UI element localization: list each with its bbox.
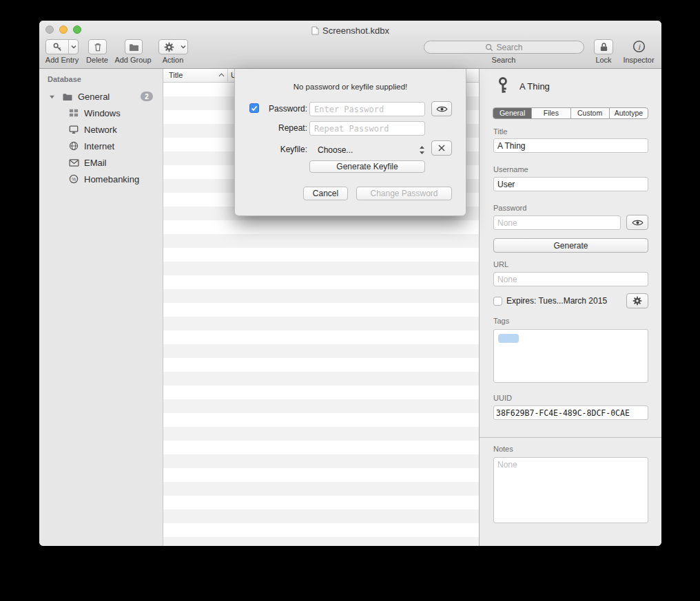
gear-icon: [159, 42, 179, 52]
generate-password-button[interactable]: Generate: [493, 238, 648, 253]
tab-general[interactable]: General: [493, 108, 531, 118]
column-header-title[interactable]: Title: [169, 71, 183, 79]
uuid-field[interactable]: [493, 405, 648, 420]
sidebar-item-label: Windows: [84, 108, 121, 118]
add-group-button[interactable]: [125, 39, 143, 54]
reveal-dialog-password-button[interactable]: [431, 101, 452, 116]
info-icon: i: [632, 40, 646, 53]
folder-plus-icon: [129, 43, 139, 52]
delete-button[interactable]: [88, 39, 107, 54]
stepper-icon: [419, 145, 425, 155]
sidebar-item-homebanking[interactable]: % Homebanking: [39, 171, 163, 187]
expires-row: Expires: Tues...March 2015: [493, 296, 607, 306]
tab-files[interactable]: Files: [531, 108, 570, 118]
eye-icon: [436, 105, 448, 113]
folder-icon: [62, 92, 73, 101]
keyfile-value: Choose...: [309, 145, 419, 155]
url-field[interactable]: [493, 272, 648, 286]
disclosure-triangle-icon[interactable]: [46, 94, 57, 99]
notes-field[interactable]: [493, 457, 648, 523]
change-password-button[interactable]: Change Password: [356, 187, 452, 200]
password-field[interactable]: [493, 215, 621, 230]
window-header: Screenshot.kdbx Add Entry Delete Add: [39, 21, 661, 69]
dialog-password-input[interactable]: [309, 102, 425, 116]
generate-label: Generate: [553, 241, 588, 251]
percent-coin-icon: %: [68, 174, 79, 184]
check-icon: [251, 105, 258, 112]
sidebar-header: Database: [48, 75, 81, 83]
cancel-button[interactable]: Cancel: [303, 187, 348, 200]
tags-label: Tags: [493, 317, 509, 325]
search-label: Search: [492, 56, 516, 64]
column-divider[interactable]: [227, 69, 228, 82]
key-icon: [495, 76, 513, 95]
svg-text:i: i: [638, 43, 641, 51]
sidebar-item-windows[interactable]: Windows: [39, 105, 163, 121]
change-password-label: Change Password: [370, 189, 438, 198]
sidebar: Database General 2 Windows Network: [39, 69, 163, 546]
expires-label: Expires: Tues...March 2015: [506, 296, 607, 306]
password-label: Password:: [259, 104, 307, 114]
search-placeholder: Search: [496, 43, 522, 52]
search-icon: [485, 43, 493, 52]
sidebar-item-network[interactable]: Network: [39, 121, 163, 138]
password-field-label: Password: [493, 204, 526, 212]
network-icon: [68, 125, 79, 134]
inspector-button[interactable]: i: [632, 40, 646, 53]
trash-icon: [93, 42, 103, 52]
add-entry-label: Add Entry: [45, 56, 79, 64]
search-input[interactable]: Search: [424, 41, 584, 54]
document-icon: [311, 26, 319, 35]
eye-icon: [632, 219, 644, 226]
reveal-password-button[interactable]: [626, 215, 648, 230]
globe-icon: [68, 141, 79, 151]
tab-custom[interactable]: Custom: [570, 108, 609, 118]
title-field[interactable]: [493, 138, 648, 153]
repeat-label: Repeat:: [259, 123, 307, 133]
url-field-label: URL: [493, 260, 508, 268]
sidebar-item-internet[interactable]: Internet: [39, 138, 163, 154]
tab-autotype[interactable]: Autotype: [609, 108, 648, 118]
password-checkbox[interactable]: [249, 103, 259, 113]
lock-icon: [599, 42, 608, 52]
dialog-repeat-input[interactable]: [309, 121, 425, 136]
username-field[interactable]: [493, 177, 648, 191]
action-label: Action: [163, 56, 184, 64]
uuid-label: UUID: [493, 394, 512, 402]
keyfile-label: Keyfile:: [259, 145, 307, 154]
generate-keyfile-label: Generate Keyfile: [336, 162, 398, 171]
clear-keyfile-button[interactable]: [431, 140, 452, 156]
generate-keyfile-button[interactable]: Generate Keyfile: [309, 160, 425, 173]
close-icon: [438, 144, 446, 152]
dialog-message: No password or keyfile supplied!: [235, 83, 466, 91]
sidebar-item-label: Homebanking: [84, 174, 139, 184]
sidebar-item-email[interactable]: EMail: [39, 154, 163, 171]
sidebar-group-label: General: [78, 92, 110, 102]
inspector-label: Inspector: [623, 56, 654, 64]
title-field-label: Title: [493, 127, 507, 136]
tags-box[interactable]: [493, 329, 648, 383]
add-group-label: Add Group: [114, 56, 151, 64]
chevron-down-icon[interactable]: [69, 45, 78, 49]
gear-icon: [632, 296, 642, 306]
windows-icon: [68, 108, 79, 118]
entry-title: A Thing: [519, 81, 550, 92]
expires-checkbox[interactable]: [493, 297, 502, 306]
app-window: Screenshot.kdbx Add Entry Delete Add: [39, 21, 661, 546]
lock-button[interactable]: [594, 39, 613, 54]
tag-pill[interactable]: [498, 334, 519, 343]
sidebar-item-label: Internet: [84, 141, 114, 151]
envelope-icon: [68, 159, 79, 167]
sidebar-group-general[interactable]: General 2: [39, 88, 163, 105]
expires-settings-button[interactable]: [626, 293, 648, 308]
key-plus-icon: [46, 42, 68, 52]
sidebar-item-label: EMail: [84, 158, 107, 168]
action-button[interactable]: [158, 39, 188, 54]
group-count-badge: 2: [141, 92, 153, 101]
window-title-area: Screenshot.kdbx: [39, 24, 661, 36]
section-divider: [480, 437, 661, 438]
keyfile-popup[interactable]: Choose...: [309, 143, 425, 157]
chevron-down-icon[interactable]: [179, 45, 187, 49]
username-field-label: Username: [493, 165, 528, 173]
add-entry-button[interactable]: [45, 39, 79, 54]
